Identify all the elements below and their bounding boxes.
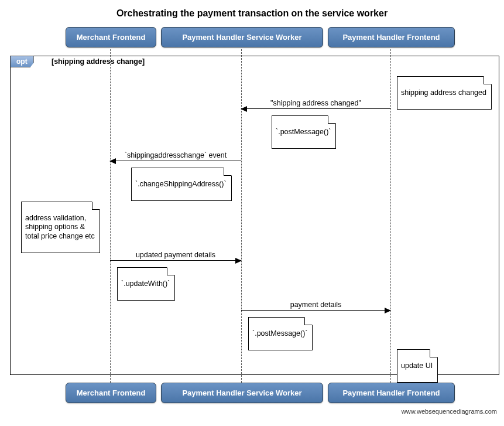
- note-text: shipping address changed: [401, 88, 486, 97]
- note-postmessage-1: `.postMessage()`: [272, 115, 336, 149]
- note-text: `.changeShippingAddress()`: [135, 180, 227, 188]
- note-text: update UI: [401, 362, 433, 370]
- participant-handler-frontend-top: Payment Handler Frontend: [328, 27, 455, 47]
- note-update-ui: update UI: [397, 349, 438, 383]
- watermark: www.websequencediagrams.com: [402, 408, 497, 415]
- diagram-stage: Merchant Frontend Payment Handler Servic…: [5, 27, 499, 414]
- message-shipping-address-changed: "shipping address changed": [241, 108, 390, 109]
- message-label: "shipping address changed": [241, 99, 390, 107]
- note-text: `.updateWith()`: [121, 280, 170, 288]
- fragment-tag: opt: [10, 56, 34, 67]
- note-address-validation: address validation, shipping options & t…: [21, 202, 100, 253]
- note-update-with: `.updateWith()`: [117, 267, 175, 301]
- note-text: `.postMessage()`: [252, 329, 307, 338]
- note-text: `.postMessage()`: [276, 128, 331, 136]
- participant-merchant-bottom: Merchant Frontend: [66, 383, 156, 403]
- diagram-title: Orchestrating the payment transaction on…: [5, 8, 499, 19]
- message-label: `shippingaddresschange` event: [110, 151, 241, 159]
- note-change-shipping-address: `.changeShippingAddress()`: [131, 168, 232, 201]
- message-payment-details: payment details: [241, 310, 390, 311]
- note-shipping-address-changed: shipping address changed: [397, 76, 492, 110]
- note-postmessage-2: `.postMessage()`: [248, 317, 313, 350]
- message-label: updated payment details: [110, 251, 241, 259]
- participant-service-worker-bottom: Payment Handler Service Worker: [161, 383, 323, 403]
- participant-service-worker-top: Payment Handler Service Worker: [161, 27, 323, 47]
- message-updated-payment-details: updated payment details: [110, 260, 241, 261]
- message-shippingaddresschange-event: `shippingaddresschange` event: [110, 161, 241, 161]
- message-label: payment details: [241, 301, 390, 309]
- participant-handler-frontend-bottom: Payment Handler Frontend: [328, 383, 455, 403]
- fragment-guard: [shipping address change]: [52, 57, 145, 66]
- note-text: address validation, shipping options & t…: [25, 214, 95, 240]
- participant-merchant-top: Merchant Frontend: [66, 27, 156, 47]
